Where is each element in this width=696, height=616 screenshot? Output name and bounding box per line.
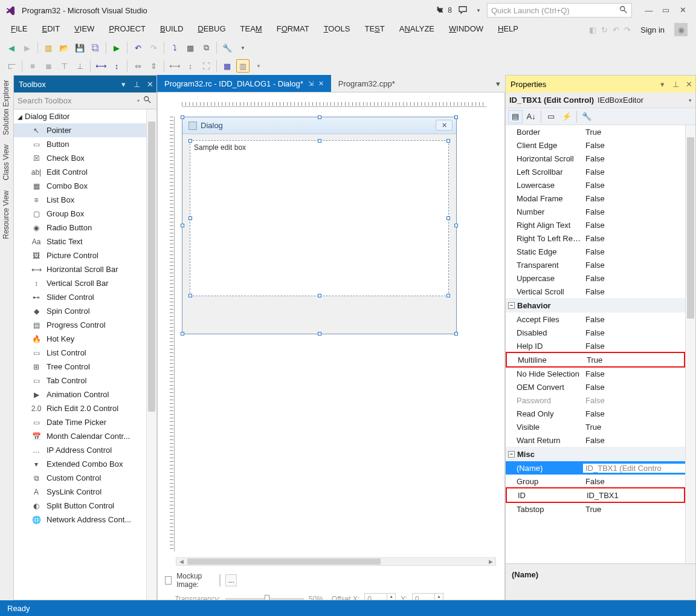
property-row[interactable]: LowercaseFalse bbox=[506, 178, 685, 192]
property-row[interactable]: Client EdgeFalse bbox=[506, 138, 685, 152]
start-button[interactable]: ▶ bbox=[110, 41, 123, 54]
toolbox-item[interactable]: ▦Combo Box bbox=[14, 179, 156, 193]
toggle-guides-button[interactable]: ▥ bbox=[236, 59, 250, 73]
property-value[interactable]: True bbox=[584, 355, 684, 365]
property-row[interactable]: Help IDFalse bbox=[506, 339, 685, 352]
minimize-button[interactable]: — bbox=[640, 4, 657, 16]
toolbox-item[interactable]: ◐Split Button Control bbox=[14, 499, 156, 513]
save-button[interactable]: 💾 bbox=[73, 41, 86, 54]
toolbox-item[interactable]: 🔥Hot Key bbox=[14, 332, 156, 346]
close-pane-icon[interactable]: ✕ bbox=[685, 80, 693, 88]
step-into-button[interactable]: ⤵ bbox=[168, 41, 181, 54]
resize-handle[interactable] bbox=[188, 216, 192, 220]
toolbox-item[interactable]: ▶Animation Control bbox=[14, 387, 156, 401]
align-left-button[interactable]: ⫍ bbox=[5, 59, 18, 73]
dialog-canvas[interactable]: Dialog ✕ Sample edit box bbox=[182, 117, 457, 334]
property-row[interactable]: IDID_TBX1 bbox=[507, 488, 684, 502]
property-value[interactable]: False bbox=[583, 436, 685, 445]
properties-selector[interactable]: ID_TBX1 (Edit Control) IEdBoxEditor ▾ bbox=[506, 92, 695, 108]
property-value[interactable]: True bbox=[583, 505, 685, 514]
property-value[interactable]: False bbox=[583, 396, 685, 405]
open-button[interactable]: 📂 bbox=[57, 41, 71, 54]
property-row[interactable]: VisibleTrue bbox=[506, 420, 685, 433]
offset-y-stepper[interactable]: 0▲▼ bbox=[412, 593, 443, 600]
toolbox-item[interactable]: ⊷Slider Control bbox=[14, 290, 156, 304]
property-value[interactable]: False bbox=[583, 409, 685, 418]
menu-test[interactable]: TEST bbox=[358, 21, 390, 39]
scrollbar-thumb[interactable] bbox=[687, 137, 694, 319]
categorized-button[interactable]: ▤ bbox=[508, 110, 523, 123]
property-value[interactable]: False bbox=[583, 369, 685, 378]
property-row[interactable]: Accept FilesFalse bbox=[506, 313, 685, 326]
property-value[interactable]: False bbox=[583, 328, 685, 337]
toolbox-item[interactable]: AaStatic Text bbox=[14, 235, 156, 248]
property-value[interactable]: True bbox=[583, 128, 685, 137]
center-vert-button[interactable]: ⟷ bbox=[94, 59, 108, 73]
resize-handle[interactable] bbox=[181, 332, 184, 336]
property-value[interactable]: False bbox=[583, 154, 685, 163]
resize-handle[interactable] bbox=[446, 216, 450, 220]
toolbox-item[interactable]: ▭List Control bbox=[14, 346, 156, 360]
menu-analyze[interactable]: ANALYZE bbox=[393, 21, 440, 39]
toolbox-item[interactable]: ASysLink Control bbox=[14, 485, 156, 499]
center-horz-button[interactable]: ↕ bbox=[110, 59, 123, 73]
space-down-button[interactable]: ⇕ bbox=[147, 59, 160, 73]
close-pane-icon[interactable]: ✕ bbox=[146, 80, 154, 88]
align-rights-button[interactable]: ≣ bbox=[42, 59, 55, 73]
property-row[interactable]: PasswordFalse bbox=[506, 394, 685, 407]
side-tab-solution-explorer[interactable]: Solution Explorer bbox=[0, 75, 13, 140]
toolbox-item[interactable]: ≡List Box bbox=[14, 193, 156, 207]
feedback-dropdown-icon[interactable]: ▼ bbox=[474, 5, 483, 15]
property-category[interactable]: −Misc bbox=[506, 447, 685, 461]
dialog-window[interactable]: Dialog ✕ Sample edit box bbox=[182, 117, 457, 334]
side-tab-resource-view[interactable]: Resource View bbox=[0, 186, 13, 244]
step-down-icon[interactable]: ▼ bbox=[435, 599, 443, 600]
property-value[interactable]: ID_TBX1 (Edit Contro bbox=[583, 464, 685, 473]
slider-thumb[interactable] bbox=[265, 595, 269, 600]
menu-format[interactable]: FORMAT bbox=[271, 21, 315, 39]
quick-launch-input[interactable]: Quick Launch (Ctrl+Q) bbox=[487, 3, 632, 18]
dialog-editor-surface[interactable]: Dialog ✕ Sample edit box bbox=[157, 92, 505, 600]
toolbox-item[interactable]: 2.0Rich Edit 2.0 Control bbox=[14, 401, 156, 415]
tab-dialog-editor[interactable]: Program32.rc - IDD_DIALOG1 - Dialog* ⇲ ✕ bbox=[157, 75, 331, 92]
align-tops-button[interactable]: ⊤ bbox=[57, 59, 71, 73]
pin-icon[interactable]: ⇲ bbox=[308, 80, 314, 88]
property-row[interactable]: Horizontal ScrollFalse bbox=[506, 152, 685, 165]
toolbox-item[interactable]: 📅Month Calendar Contr... bbox=[14, 429, 156, 443]
editor-horizontal-scrollbar[interactable]: ◀ ▶ bbox=[176, 557, 496, 566]
property-row[interactable]: Right To Left ReadiFalse bbox=[506, 232, 685, 245]
resize-handle[interactable] bbox=[318, 115, 321, 119]
property-value[interactable]: False bbox=[583, 221, 685, 230]
resize-handle[interactable] bbox=[318, 139, 321, 143]
step-up-icon[interactable]: ▲ bbox=[387, 594, 395, 599]
align-lefts-button[interactable]: ≡ bbox=[26, 59, 39, 73]
property-value[interactable]: False bbox=[583, 477, 685, 486]
scrollbar-thumb[interactable] bbox=[148, 122, 155, 412]
property-row[interactable]: TabstopTrue bbox=[506, 502, 685, 516]
property-row[interactable]: No Hide SelectionFalse bbox=[506, 367, 685, 380]
transparency-slider[interactable] bbox=[225, 598, 304, 600]
undo-button[interactable]: ↶ bbox=[131, 41, 144, 54]
menu-debug[interactable]: DEBUG bbox=[192, 21, 231, 39]
close-tab-icon[interactable]: ✕ bbox=[318, 80, 324, 88]
menu-project[interactable]: PROJECT bbox=[103, 21, 152, 39]
toolbox-scrollbar[interactable] bbox=[146, 109, 156, 600]
toolbox-item[interactable]: ↕Vertical Scroll Bar bbox=[14, 276, 156, 290]
toolbox-item[interactable]: ◉Radio Button bbox=[14, 221, 156, 235]
control-events-button[interactable]: 🔧 bbox=[579, 110, 594, 123]
toolbox-item[interactable]: 🌐Network Address Cont... bbox=[14, 513, 156, 527]
property-value[interactable]: False bbox=[583, 167, 685, 177]
property-value[interactable]: False bbox=[583, 247, 685, 256]
mockup-browse-button[interactable]: ... bbox=[225, 574, 237, 586]
toolbox-item[interactable]: …IP Address Control bbox=[14, 443, 156, 457]
user-icon[interactable]: ◉ bbox=[674, 23, 688, 36]
property-row[interactable]: Left ScrollbarFalse bbox=[506, 165, 685, 178]
scrollbar-thumb[interactable] bbox=[187, 559, 381, 565]
search-dropdown-icon[interactable]: ▾ bbox=[137, 98, 140, 103]
property-row[interactable]: NumberFalse bbox=[506, 205, 685, 218]
toolbox-item[interactable]: ⟷Horizontal Scroll Bar bbox=[14, 262, 156, 276]
dropdown-icon[interactable]: ▾ bbox=[689, 97, 692, 103]
tab-overflow-button[interactable]: ▾ bbox=[491, 75, 505, 92]
wrench-button[interactable]: 🔧 bbox=[221, 41, 234, 54]
toolbox-item[interactable]: ▢Group Box bbox=[14, 207, 156, 221]
